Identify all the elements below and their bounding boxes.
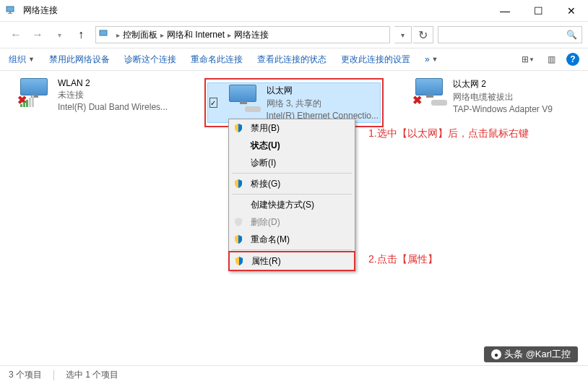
more-button[interactable]: » ▼ [425, 54, 438, 64]
shield-icon [233, 234, 243, 244]
ethernet-adapter-icon [226, 85, 261, 114]
svg-rect-1 [9, 12, 11, 13]
separator [53, 370, 54, 380]
menu-properties[interactable]: 属性(R) [230, 252, 354, 270]
watermark-icon: ● [491, 349, 501, 359]
wifi-signal-icon [20, 95, 34, 107]
menu-separator [232, 194, 352, 195]
menu-separator [232, 173, 352, 174]
watermark: ● 头条 @Karl工控 [484, 346, 578, 362]
breadcrumb-item[interactable]: 网络连接 [234, 29, 269, 41]
network-icon [99, 29, 111, 40]
cable-icon [431, 100, 447, 106]
rename-button[interactable]: 重命名此连接 [191, 54, 243, 66]
search-box[interactable]: 🔍 [438, 26, 582, 43]
cable-icon [245, 106, 261, 112]
close-button[interactable]: ✕ [555, 0, 588, 22]
item-count: 3 个项目 [9, 369, 42, 381]
context-menu: 禁用(B) 状态(U) 诊断(I) 桥接(G) 创建快捷方式(S) 删除(D) … [228, 119, 355, 271]
annotation-highlight-properties: 属性(R) [228, 251, 355, 271]
view-options-button[interactable]: ⊞▼ [520, 51, 536, 67]
adapter-wlan2[interactable]: ✖ WLAN 2 未连接 Intel(R) Dual Band Wireles.… [17, 78, 176, 127]
chevron-right-icon: ▸ [160, 31, 164, 39]
adapter-ethernet2[interactable]: ✖ 以太网 2 网络电缆被拔出 TAP-Windows Adapter V9 [412, 78, 571, 127]
ethernet-adapter-icon: ✖ [412, 78, 447, 107]
adapter-status: 网络电缆被拔出 [453, 91, 553, 103]
up-button[interactable]: ↑ [71, 25, 91, 45]
annotation-2: 2.点击【属性】 [368, 253, 438, 266]
organize-menu[interactable]: 组织▼ [9, 54, 35, 66]
adapter-name: 以太网 2 [453, 78, 553, 90]
selected-count: 选中 1 个项目 [66, 369, 118, 381]
menu-delete: 删除(D) [229, 213, 355, 231]
menu-rename[interactable]: 重命名(M) [229, 231, 355, 248]
adapter-ethernet[interactable]: ✓ 以太网 网络 3, 共享的 Intel(R) Ethernet Connec… [207, 82, 381, 123]
adapter-name: WLAN 2 [58, 78, 168, 88]
recent-dropdown[interactable]: ▾ [49, 25, 69, 45]
adapter-name: 以太网 [267, 85, 379, 97]
shield-icon [233, 217, 243, 227]
adapter-status: 未连接 [58, 89, 168, 101]
shield-icon [233, 179, 243, 189]
adapter-desc: TAP-Windows Adapter V9 [453, 104, 553, 114]
view-status-button[interactable]: 查看此连接的状态 [257, 54, 327, 66]
back-button[interactable]: ← [6, 25, 26, 45]
titlebar: 网络连接 — ☐ ✕ [0, 0, 588, 22]
disable-device-button[interactable]: 禁用此网络设备 [49, 54, 110, 66]
breadcrumb-dropdown[interactable]: ▾ [394, 26, 412, 43]
network-icon [6, 5, 17, 17]
svg-rect-3 [100, 30, 107, 35]
shield-icon [234, 256, 244, 266]
adapter-desc: Intel(R) Dual Band Wireles... [58, 102, 168, 112]
window-title: 网络连接 [23, 4, 488, 17]
statusbar: 3 个项目 选中 1 个项目 [0, 365, 588, 384]
toolbar: 组织▼ 禁用此网络设备 诊断这个连接 重命名此连接 查看此连接的状态 更改此连接… [0, 48, 588, 71]
svg-rect-0 [7, 7, 14, 12]
breadcrumb-item[interactable]: 控制面板 [123, 29, 157, 41]
breadcrumb-item[interactable]: 网络和 Internet [167, 29, 225, 41]
menu-status[interactable]: 状态(U) [229, 137, 355, 154]
annotation-1: 1.选中【以太网】后，点击鼠标右键 [368, 127, 529, 140]
forward-button: → [27, 25, 48, 45]
search-icon: 🔍 [566, 30, 577, 40]
chevron-down-icon: ▼ [28, 56, 35, 63]
minimize-button[interactable]: — [488, 0, 522, 22]
menu-bridge[interactable]: 桥接(G) [229, 175, 355, 192]
adapter-status: 网络 3, 共享的 [267, 98, 379, 110]
refresh-button[interactable]: ↻ [413, 26, 433, 43]
selection-checkbox[interactable]: ✓ [209, 98, 217, 108]
preview-pane-button[interactable]: ▥ [543, 51, 559, 67]
shield-icon [233, 123, 243, 133]
help-button[interactable]: ? [566, 53, 579, 66]
change-settings-button[interactable]: 更改此连接的设置 [341, 54, 410, 66]
search-input[interactable] [443, 30, 566, 40]
wifi-adapter-icon: ✖ [17, 78, 52, 107]
menu-disable[interactable]: 禁用(B) [229, 119, 355, 137]
maximize-button[interactable]: ☐ [522, 0, 555, 22]
chevron-right-icon: ▸ [116, 31, 120, 39]
diagnose-button[interactable]: 诊断这个连接 [124, 54, 176, 66]
menu-diagnose[interactable]: 诊断(I) [229, 154, 355, 171]
disconnected-x-icon: ✖ [412, 93, 422, 107]
breadcrumb[interactable]: ▸ 控制面板 ▸ 网络和 Internet ▸ 网络连接 [95, 26, 390, 43]
addressbar: ← → ▾ ↑ ▸ 控制面板 ▸ 网络和 Internet ▸ 网络连接 ▾ ↻… [0, 22, 588, 48]
menu-separator [232, 249, 352, 250]
svg-rect-2 [8, 13, 12, 14]
chevron-right-icon: ▸ [228, 31, 231, 39]
menu-create-shortcut[interactable]: 创建快捷方式(S) [229, 196, 355, 213]
